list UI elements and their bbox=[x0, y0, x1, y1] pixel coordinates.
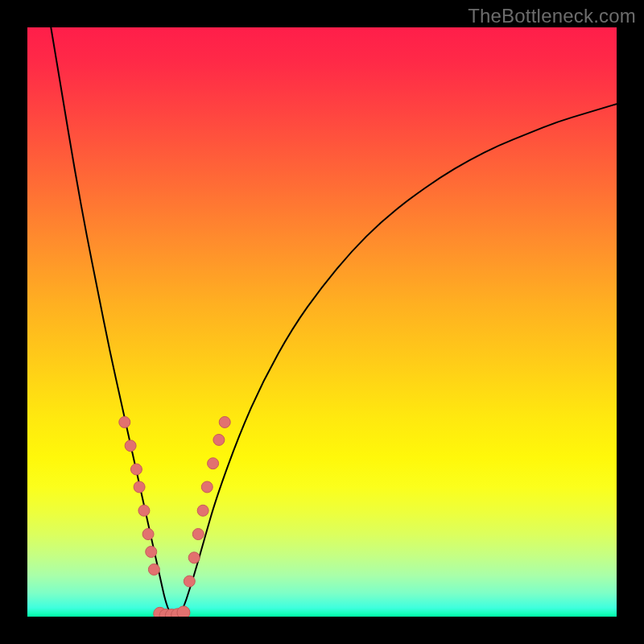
bottleneck-curve bbox=[51, 27, 617, 617]
data-marker bbox=[125, 440, 136, 452]
data-marker bbox=[219, 416, 230, 427]
watermark-text: TheBottleneck.com bbox=[468, 5, 636, 27]
data-marker bbox=[142, 529, 154, 540]
data-marker bbox=[177, 606, 190, 617]
data-marker bbox=[138, 505, 150, 516]
chart-frame: TheBottleneck.com bbox=[0, 0, 644, 644]
marker-group bbox=[119, 416, 230, 617]
data-marker bbox=[208, 458, 219, 469]
data-marker bbox=[148, 564, 159, 575]
data-marker bbox=[119, 416, 130, 427]
data-marker bbox=[197, 505, 208, 516]
chart-svg bbox=[27, 27, 617, 617]
data-marker bbox=[188, 552, 200, 564]
data-marker bbox=[192, 529, 204, 540]
data-marker bbox=[201, 481, 213, 493]
data-marker bbox=[146, 546, 157, 557]
data-marker bbox=[213, 434, 225, 445]
data-marker bbox=[130, 464, 142, 475]
plot-area bbox=[27, 27, 617, 617]
data-marker bbox=[134, 481, 145, 493]
data-marker bbox=[184, 576, 195, 587]
